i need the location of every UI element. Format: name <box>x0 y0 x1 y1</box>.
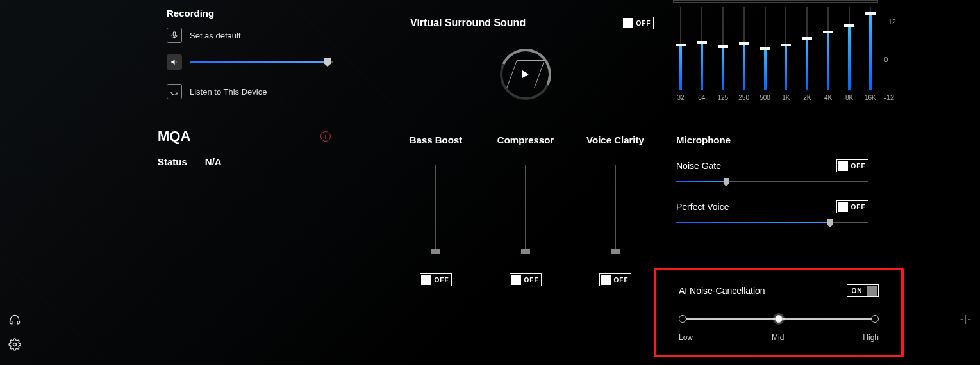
noise-gate-row: Noise Gate OFF <box>676 159 868 182</box>
eq-band-8K[interactable]: 8K <box>843 7 856 101</box>
ai-level-high: High <box>863 333 879 342</box>
mqa-status-label: Status <box>158 156 187 167</box>
play-icon <box>522 70 529 78</box>
gear-icon[interactable] <box>8 338 21 351</box>
mqa-section: MQA i Status N/A <box>158 128 331 167</box>
effect-bass-boost: Bass BoostOFF <box>394 134 478 286</box>
mqa-title: MQA <box>158 128 190 145</box>
set-default-row[interactable]: Set as default <box>167 28 333 43</box>
vss-toggle[interactable]: OFF <box>622 17 654 29</box>
effect-compressor: CompressorOFF <box>484 134 567 286</box>
equalizer-section: +12 0 -12 32641252505001K2K4K8K16K <box>673 0 878 101</box>
microphone-section: Microphone Noise Gate OFF Perfect Voice … <box>676 134 868 241</box>
loop-icon <box>167 84 182 99</box>
recording-title: Recording <box>167 8 333 19</box>
ai-level-low: Low <box>679 333 693 342</box>
effect-toggle[interactable]: OFF <box>510 273 542 286</box>
accent-mark: -|- <box>960 314 972 324</box>
effects-row: Bass BoostOFFCompressorOFFVoice ClarityO… <box>391 134 660 286</box>
microphone-title: Microphone <box>676 134 868 145</box>
recording-section: Recording Set as default Listen to This … <box>167 8 333 111</box>
noise-gate-toggle[interactable]: OFF <box>836 159 868 172</box>
ai-level-mid: Mid <box>772 333 784 342</box>
sidebar <box>0 314 29 365</box>
listen-label: Listen to This Device <box>190 87 267 97</box>
eq-band-500[interactable]: 500 <box>759 7 772 101</box>
eq-band-64[interactable]: 64 <box>695 7 708 101</box>
noise-gate-label: Noise Gate <box>676 161 721 171</box>
eq-band-125[interactable]: 125 <box>717 7 729 101</box>
perfect-voice-label: Perfect Voice <box>676 202 729 212</box>
svg-point-0 <box>13 343 17 346</box>
noise-gate-slider[interactable] <box>676 181 868 182</box>
ai-step-mid[interactable] <box>775 315 783 323</box>
svg-rect-1 <box>173 32 176 36</box>
recording-volume-row <box>167 54 333 70</box>
eq-band-32[interactable]: 32 <box>674 7 687 101</box>
recording-volume-slider[interactable] <box>190 61 333 63</box>
mqa-status-value: N/A <box>205 156 222 167</box>
eq-scale: +12 0 -12 <box>884 18 896 101</box>
ai-step-high[interactable] <box>871 315 879 323</box>
vss-section: Virtual Surround Sound OFF <box>391 17 660 100</box>
vss-dial[interactable] <box>500 49 551 100</box>
effect-toggle[interactable]: OFF <box>420 273 452 286</box>
effect-label: Bass Boost <box>410 134 463 145</box>
speaker-icon <box>167 54 182 70</box>
microphone-icon <box>167 28 182 43</box>
eq-band-1K[interactable]: 1K <box>779 7 792 101</box>
ai-nc-slider[interactable] <box>679 314 879 324</box>
perfect-voice-slider[interactable] <box>676 222 868 223</box>
eq-band-4K[interactable]: 4K <box>822 7 835 101</box>
effect-toggle[interactable]: OFF <box>599 273 631 286</box>
ai-step-low[interactable] <box>679 315 686 323</box>
headset-icon[interactable] <box>8 314 21 327</box>
ai-nc-toggle[interactable]: ON <box>847 284 879 297</box>
effect-slider[interactable] <box>525 165 526 254</box>
eq-band-250[interactable]: 250 <box>738 7 751 101</box>
effect-slider[interactable] <box>615 165 616 254</box>
vss-title: Virtual Surround Sound <box>410 17 526 29</box>
eq-band-16K[interactable]: 16K <box>864 7 877 101</box>
perfect-voice-row: Perfect Voice OFF <box>676 200 868 223</box>
ai-noise-cancellation-box: AI Noise-Cancellation ON Low Mid High <box>654 268 904 357</box>
eq-preset-box[interactable] <box>673 0 878 3</box>
info-icon[interactable]: i <box>320 131 331 142</box>
ai-nc-label: AI Noise-Cancellation <box>679 286 765 296</box>
listen-device-row[interactable]: Listen to This Device <box>167 84 333 99</box>
effect-voice-clarity: Voice ClarityOFF <box>574 134 657 286</box>
effect-slider[interactable] <box>435 165 436 254</box>
eq-band-2K[interactable]: 2K <box>801 7 813 101</box>
set-default-label: Set as default <box>190 31 241 40</box>
effect-label: Compressor <box>497 134 554 145</box>
effect-label: Voice Clarity <box>586 134 644 145</box>
perfect-voice-toggle[interactable]: OFF <box>836 200 868 213</box>
